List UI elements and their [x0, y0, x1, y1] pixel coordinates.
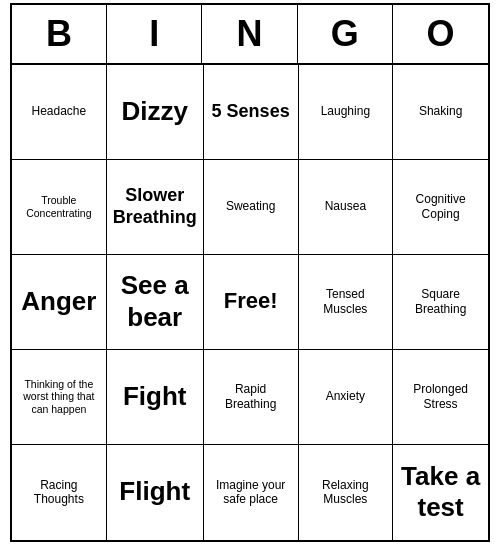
bingo-cell-9: Cognitive Coping	[393, 160, 488, 255]
cell-text-2: 5 Senses	[212, 101, 290, 123]
cell-text-24: Take a test	[399, 461, 482, 523]
bingo-cell-13: Tensed Muscles	[299, 255, 394, 350]
bingo-cell-7: Sweating	[204, 160, 299, 255]
bingo-cell-3: Laughing	[299, 65, 394, 160]
bingo-grid: HeadacheDizzy5 SensesLaughingShakingTrou…	[12, 65, 488, 540]
header-letter-N: N	[202, 5, 297, 63]
bingo-cell-15: Thinking of the worst thing that can hap…	[12, 350, 107, 445]
cell-text-20: Racing Thoughts	[18, 478, 100, 507]
cell-text-15: Thinking of the worst thing that can hap…	[18, 378, 100, 416]
bingo-cell-8: Nausea	[299, 160, 394, 255]
bingo-cell-20: Racing Thoughts	[12, 445, 107, 540]
header-letter-B: B	[12, 5, 107, 63]
cell-text-9: Cognitive Coping	[399, 192, 482, 221]
cell-text-21: Flight	[119, 476, 190, 507]
cell-text-5: Trouble Concentrating	[18, 194, 100, 219]
bingo-cell-23: Relaxing Muscles	[299, 445, 394, 540]
bingo-cell-1: Dizzy	[107, 65, 204, 160]
bingo-cell-4: Shaking	[393, 65, 488, 160]
cell-text-6: Slower Breathing	[113, 185, 197, 228]
bingo-cell-16: Fight	[107, 350, 204, 445]
bingo-cell-2: 5 Senses	[204, 65, 299, 160]
cell-text-22: Imagine your safe place	[210, 478, 292, 507]
cell-text-23: Relaxing Muscles	[305, 478, 387, 507]
bingo-cell-22: Imagine your safe place	[204, 445, 299, 540]
cell-text-19: Prolonged Stress	[399, 382, 482, 411]
cell-text-11: See a bear	[113, 270, 197, 332]
header-letter-G: G	[298, 5, 393, 63]
bingo-cell-24: Take a test	[393, 445, 488, 540]
bingo-cell-21: Flight	[107, 445, 204, 540]
bingo-cell-12: Free!	[204, 255, 299, 350]
bingo-cell-10: Anger	[12, 255, 107, 350]
bingo-cell-14: Square Breathing	[393, 255, 488, 350]
bingo-cell-19: Prolonged Stress	[393, 350, 488, 445]
cell-text-3: Laughing	[321, 104, 370, 118]
cell-text-1: Dizzy	[122, 96, 188, 127]
cell-text-17: Rapid Breathing	[210, 382, 292, 411]
cell-text-8: Nausea	[325, 199, 366, 213]
bingo-cell-11: See a bear	[107, 255, 204, 350]
cell-text-13: Tensed Muscles	[305, 287, 387, 316]
bingo-header: BINGO	[12, 5, 488, 65]
cell-text-18: Anxiety	[326, 389, 365, 403]
bingo-card: BINGO HeadacheDizzy5 SensesLaughingShaki…	[10, 3, 490, 542]
cell-text-4: Shaking	[419, 104, 462, 118]
header-letter-I: I	[107, 5, 202, 63]
bingo-cell-0: Headache	[12, 65, 107, 160]
bingo-cell-5: Trouble Concentrating	[12, 160, 107, 255]
cell-text-12: Free!	[224, 288, 278, 314]
bingo-cell-18: Anxiety	[299, 350, 394, 445]
cell-text-10: Anger	[21, 286, 96, 317]
header-letter-O: O	[393, 5, 488, 63]
bingo-cell-6: Slower Breathing	[107, 160, 204, 255]
cell-text-0: Headache	[32, 104, 87, 118]
bingo-cell-17: Rapid Breathing	[204, 350, 299, 445]
cell-text-16: Fight	[123, 381, 187, 412]
cell-text-14: Square Breathing	[399, 287, 482, 316]
cell-text-7: Sweating	[226, 199, 275, 213]
